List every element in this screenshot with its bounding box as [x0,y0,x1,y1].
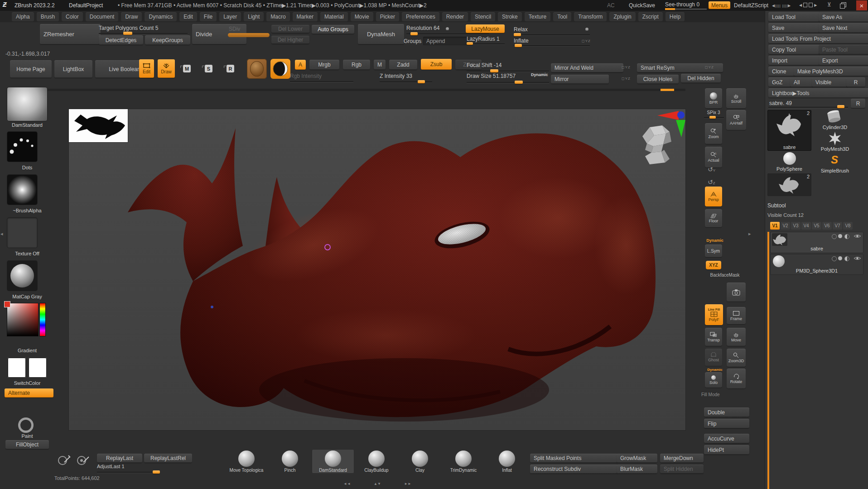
subtool-tab-v5[interactable]: V5 [812,222,821,230]
subtool-tab-v4[interactable]: V4 [801,222,811,230]
tool-item-sabre-2[interactable]: 2 [767,173,811,196]
subtool-tab-v8[interactable]: V8 [843,222,853,230]
relax-dot[interactable] [585,28,588,31]
polyframe-button[interactable]: Line Fill PolyF [705,304,723,325]
rotate-z-icon[interactable]: ↺Z [708,178,715,186]
goz-visible-button[interactable]: Visible [812,77,848,87]
doc-nav-icon[interactable]: ◀ ▶ [799,3,817,7]
zscript-label[interactable]: DefaultZScript [734,2,768,9]
brush-selector-thumbnail[interactable] [7,87,47,121]
brush-slot-move-topological[interactable]: Move Topologica [225,449,268,474]
sdiv-bar[interactable] [228,33,270,37]
auto-groups-button[interactable]: Auto Groups [312,25,354,34]
z-intensity-handle[interactable] [418,80,425,83]
menu-movie[interactable]: Movie [351,12,373,21]
minimize-button[interactable]: ⊻ [827,1,831,8]
menu-edit[interactable]: Edit [179,12,197,21]
visibility-eye-icon[interactable] [854,256,861,261]
reconstruct-subdiv-button[interactable]: Reconstruct Subdiv [530,465,618,474]
see-through-handle[interactable] [665,8,675,10]
material-selector-thumbnail[interactable] [7,261,37,291]
save-as-button[interactable]: Save As [819,12,868,22]
rotate-y-icon[interactable]: ↺Y [708,166,715,173]
scroll-right-icon[interactable]: ►► [404,482,411,486]
polypaint-outline-icon[interactable] [832,234,837,239]
alpha-selector-thumbnail[interactable] [7,175,37,205]
dynamesh-button[interactable]: DynaMesh [358,24,404,44]
close-holes-button[interactable]: Close Holes [637,75,679,84]
target-polygons-handle[interactable] [123,32,132,35]
hidept-button[interactable]: HidePt [704,445,749,455]
rgb-intensity-track[interactable] [290,81,353,82]
menu-material[interactable]: Material [320,12,348,21]
menu-color[interactable]: Color [62,12,83,21]
polypaint-filled-icon[interactable] [838,256,842,260]
del-higher-button[interactable]: Del Higher [271,36,309,44]
timeline-scrub-icon[interactable]: ◀|||| ||||▶ [772,4,791,8]
resolution-dot[interactable] [446,27,449,30]
mirror-weld-axis-glyphs[interactable]: ◻YZ [622,65,631,69]
menu-alpha[interactable]: Alpha [12,12,34,21]
subtool-tab-v3[interactable]: V3 [791,222,800,230]
shark-model[interactable] [128,128,658,422]
spix-slider[interactable]: SPix 3 [703,110,724,115]
move-view-button[interactable]: Move [727,328,746,346]
current-material-thumbnail[interactable] [270,59,290,79]
edit-mode-button[interactable]: Edit [139,59,154,78]
frame-button[interactable]: Frame [727,307,746,324]
fill-object-button[interactable]: FillObject [5,440,49,449]
menu-macro[interactable]: Macro [266,12,289,21]
scroll-button[interactable]: Scroll [726,88,746,108]
switch-color-swatch-a[interactable] [8,358,26,378]
zoom3d-button[interactable]: Zoom3D [727,349,746,367]
zoom-button[interactable]: Zoom [705,123,722,144]
tray-scrollbar[interactable] [45,89,685,91]
polypaint-half-icon[interactable] [844,234,849,239]
subtool-tab-v6[interactable]: V6 [822,222,832,230]
solo-button[interactable]: Solo [705,372,722,388]
target-polygons-track[interactable] [99,33,188,34]
scroll-vertical-icon[interactable]: ▲▼ [374,482,381,486]
goz-button[interactable]: GoZ [768,77,792,87]
anchor-a-button[interactable]: A [295,60,306,70]
rotate-mode-icon[interactable]: R [227,65,234,72]
goz-all-button[interactable]: All [790,77,814,87]
focal-shift-track[interactable] [467,71,549,72]
canvas-nav-arrows[interactable]: ◄◄ ▲▼ ►► [343,482,411,486]
subtool-thumb-sphere[interactable] [773,255,785,267]
relax-handle[interactable] [514,33,521,36]
copy-tool-button[interactable]: Copy Tool [768,45,820,54]
smart-resym-axis-glyphs[interactable]: ◻YZ [705,65,714,69]
ghost-button[interactable]: Ghost [705,349,722,366]
import-button[interactable]: Import [768,56,820,65]
menus-button[interactable]: Menus [709,1,730,9]
m-button[interactable]: M [374,60,386,70]
tool-item-sabre[interactable]: 2 sabre [767,110,811,151]
clone-button[interactable]: Clone [768,67,796,76]
xyz-button[interactable]: XYZ [706,261,721,269]
scale-mode-icon[interactable]: S [205,65,212,72]
close-button[interactable]: × [856,0,867,10]
persp-button[interactable]: Persp [705,187,722,206]
brush-slot-damstandard[interactable]: DamStandard [312,449,354,474]
del-hidden-button[interactable]: Del Hidden [681,74,721,83]
active-tool-r-button[interactable]: R [851,99,865,108]
groups-append-input[interactable]: Append [423,37,468,45]
texture-selector-thumbnail[interactable] [7,218,37,248]
transp-button[interactable]: Transp [705,328,722,346]
zremesher-button[interactable]: ZRemesher [40,24,101,44]
menu-picker[interactable]: Picker [376,12,399,21]
actual-size-button[interactable]: x1 Actual [705,147,722,168]
color-sv-picker[interactable] [7,303,38,336]
subtool-tab-v2[interactable]: V2 [781,222,790,230]
document-canvas[interactable] [69,109,685,430]
dynamic-solo-label[interactable]: Dynamic [702,368,728,372]
adjust-last-handle[interactable] [153,470,160,474]
paint-mode-icon[interactable] [18,417,34,433]
gizmo-point[interactable] [211,306,213,308]
tool-item-polysphere[interactable]: PolySphere [767,152,811,173]
replay-last-button[interactable]: ReplayLast [97,454,142,463]
draw-size-track[interactable] [467,82,549,83]
color-hue-strip[interactable] [40,303,45,336]
menu-marker[interactable]: Marker [293,12,318,21]
